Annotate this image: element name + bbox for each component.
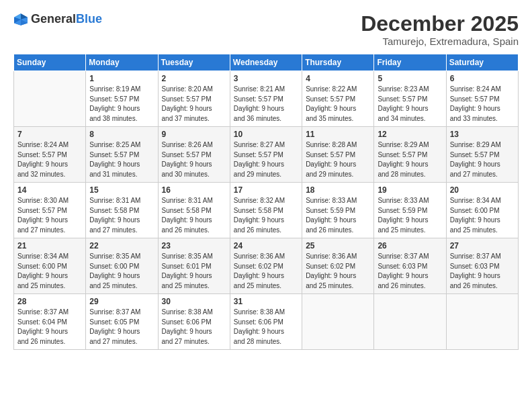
- day-info: Sunrise: 8:20 AM Sunset: 5:57 PM Dayligh…: [162, 85, 226, 124]
- day-number: 2: [162, 74, 226, 83]
- logo-general: General: [31, 13, 76, 26]
- calendar-cell: 23Sunrise: 8:35 AM Sunset: 6:01 PM Dayli…: [158, 238, 230, 294]
- calendar-cell: 14Sunrise: 8:30 AM Sunset: 5:57 PM Dayli…: [14, 183, 86, 238]
- day-info: Sunrise: 8:29 AM Sunset: 5:57 PM Dayligh…: [378, 140, 442, 179]
- calendar-cell: 15Sunrise: 8:31 AM Sunset: 5:58 PM Dayli…: [86, 183, 158, 238]
- calendar-cell: [302, 294, 374, 350]
- calendar-cell: 21Sunrise: 8:34 AM Sunset: 6:00 PM Dayli…: [14, 238, 86, 294]
- day-number: 20: [450, 185, 515, 195]
- day-number: 1: [89, 74, 154, 83]
- day-number: 8: [89, 130, 154, 139]
- calendar-cell: 30Sunrise: 8:38 AM Sunset: 6:06 PM Dayli…: [158, 294, 230, 350]
- calendar-cell: 3Sunrise: 8:21 AM Sunset: 5:57 PM Daylig…: [230, 71, 302, 127]
- day-info: Sunrise: 8:31 AM Sunset: 5:58 PM Dayligh…: [89, 196, 154, 235]
- day-number: 28: [17, 297, 82, 306]
- day-number: 27: [450, 241, 515, 250]
- day-number: 10: [234, 130, 298, 139]
- day-number: 16: [162, 185, 226, 195]
- day-number: 3: [234, 74, 298, 83]
- day-info: Sunrise: 8:19 AM Sunset: 5:57 PM Dayligh…: [89, 85, 154, 124]
- day-number: 12: [378, 130, 442, 139]
- calendar-cell: 22Sunrise: 8:35 AM Sunset: 6:00 PM Dayli…: [86, 238, 158, 294]
- calendar-cell: 18Sunrise: 8:33 AM Sunset: 5:59 PM Dayli…: [302, 183, 374, 238]
- day-number: 24: [234, 241, 298, 250]
- day-number: 23: [162, 241, 226, 250]
- day-number: 21: [17, 241, 82, 250]
- logo-text: General Blue: [31, 13, 102, 26]
- day-number: 31: [234, 297, 298, 306]
- calendar-row: 7Sunrise: 8:24 AM Sunset: 5:57 PM Daylig…: [14, 127, 519, 183]
- calendar-cell: 20Sunrise: 8:34 AM Sunset: 6:00 PM Dayli…: [446, 183, 518, 238]
- day-info: Sunrise: 8:24 AM Sunset: 5:57 PM Dayligh…: [17, 140, 82, 179]
- day-info: Sunrise: 8:37 AM Sunset: 6:04 PM Dayligh…: [17, 308, 82, 347]
- day-info: Sunrise: 8:38 AM Sunset: 6:06 PM Dayligh…: [162, 308, 226, 347]
- calendar-cell: 17Sunrise: 8:32 AM Sunset: 5:58 PM Dayli…: [230, 183, 302, 238]
- logo-blue: Blue: [76, 13, 102, 26]
- calendar-row: 14Sunrise: 8:30 AM Sunset: 5:57 PM Dayli…: [14, 183, 519, 238]
- day-info: Sunrise: 8:36 AM Sunset: 6:02 PM Dayligh…: [234, 252, 298, 291]
- header-day: Saturday: [446, 54, 518, 71]
- calendar-cell: 26Sunrise: 8:37 AM Sunset: 6:03 PM Dayli…: [374, 238, 446, 294]
- page: General Blue December 2025 Tamurejo, Ext…: [0, 0, 532, 411]
- calendar-cell: 5Sunrise: 8:23 AM Sunset: 5:57 PM Daylig…: [374, 71, 446, 127]
- calendar-row: 21Sunrise: 8:34 AM Sunset: 6:00 PM Dayli…: [14, 238, 519, 294]
- day-info: Sunrise: 8:28 AM Sunset: 5:57 PM Dayligh…: [306, 140, 370, 179]
- day-number: 14: [17, 185, 82, 195]
- header: General Blue December 2025 Tamurejo, Ext…: [13, 12, 519, 47]
- day-number: 13: [450, 130, 515, 139]
- day-info: Sunrise: 8:33 AM Sunset: 5:59 PM Dayligh…: [378, 196, 442, 235]
- day-number: 30: [162, 297, 226, 306]
- day-info: Sunrise: 8:29 AM Sunset: 5:57 PM Dayligh…: [450, 140, 515, 179]
- day-info: Sunrise: 8:32 AM Sunset: 5:58 PM Dayligh…: [234, 196, 298, 235]
- calendar-cell: 1Sunrise: 8:19 AM Sunset: 5:57 PM Daylig…: [86, 71, 158, 127]
- calendar-cell: 29Sunrise: 8:37 AM Sunset: 6:05 PM Dayli…: [86, 294, 158, 350]
- day-number: 7: [17, 130, 82, 139]
- day-info: Sunrise: 8:37 AM Sunset: 6:03 PM Dayligh…: [450, 252, 515, 291]
- day-number: 19: [378, 185, 442, 195]
- day-number: 9: [162, 130, 226, 139]
- day-info: Sunrise: 8:37 AM Sunset: 6:05 PM Dayligh…: [89, 308, 154, 347]
- day-info: Sunrise: 8:38 AM Sunset: 6:06 PM Dayligh…: [234, 308, 298, 347]
- calendar-cell: 7Sunrise: 8:24 AM Sunset: 5:57 PM Daylig…: [14, 127, 86, 183]
- calendar-cell: 6Sunrise: 8:24 AM Sunset: 5:57 PM Daylig…: [446, 71, 518, 127]
- calendar-table: SundayMondayTuesdayWednesdayThursdayFrid…: [13, 54, 519, 350]
- calendar-cell: [446, 294, 518, 350]
- day-number: 4: [306, 74, 370, 83]
- header-day: Sunday: [14, 54, 86, 71]
- day-number: 15: [89, 185, 154, 195]
- calendar-cell: 11Sunrise: 8:28 AM Sunset: 5:57 PM Dayli…: [302, 127, 374, 183]
- logo-icon: [13, 12, 28, 27]
- header-day: Monday: [86, 54, 158, 71]
- day-info: Sunrise: 8:35 AM Sunset: 6:00 PM Dayligh…: [89, 252, 154, 291]
- title-block: December 2025 Tamurejo, Extremadura, Spa…: [361, 12, 519, 47]
- calendar-cell: 16Sunrise: 8:31 AM Sunset: 5:58 PM Dayli…: [158, 183, 230, 238]
- day-info: Sunrise: 8:25 AM Sunset: 5:57 PM Dayligh…: [89, 140, 154, 179]
- day-info: Sunrise: 8:37 AM Sunset: 6:03 PM Dayligh…: [378, 252, 442, 291]
- day-number: 11: [306, 130, 370, 139]
- calendar-cell: 2Sunrise: 8:20 AM Sunset: 5:57 PM Daylig…: [158, 71, 230, 127]
- calendar-cell: 9Sunrise: 8:26 AM Sunset: 5:57 PM Daylig…: [158, 127, 230, 183]
- day-number: 6: [450, 74, 515, 83]
- calendar-row: 1Sunrise: 8:19 AM Sunset: 5:57 PM Daylig…: [14, 71, 519, 127]
- calendar-cell: 27Sunrise: 8:37 AM Sunset: 6:03 PM Dayli…: [446, 238, 518, 294]
- day-info: Sunrise: 8:21 AM Sunset: 5:57 PM Dayligh…: [234, 85, 298, 124]
- day-info: Sunrise: 8:35 AM Sunset: 6:01 PM Dayligh…: [162, 252, 226, 291]
- header-day: Tuesday: [158, 54, 230, 71]
- day-info: Sunrise: 8:24 AM Sunset: 5:57 PM Dayligh…: [450, 85, 515, 124]
- calendar-cell: 25Sunrise: 8:36 AM Sunset: 6:02 PM Dayli…: [302, 238, 374, 294]
- day-info: Sunrise: 8:33 AM Sunset: 5:59 PM Dayligh…: [306, 196, 370, 235]
- day-info: Sunrise: 8:26 AM Sunset: 5:57 PM Dayligh…: [162, 140, 226, 179]
- day-info: Sunrise: 8:30 AM Sunset: 5:57 PM Dayligh…: [17, 196, 82, 235]
- day-info: Sunrise: 8:22 AM Sunset: 5:57 PM Dayligh…: [306, 85, 370, 124]
- header-day: Thursday: [302, 54, 374, 71]
- location: Tamurejo, Extremadura, Spain: [361, 36, 519, 47]
- day-number: 22: [89, 241, 154, 250]
- calendar-cell: 28Sunrise: 8:37 AM Sunset: 6:04 PM Dayli…: [14, 294, 86, 350]
- calendar-cell: 10Sunrise: 8:27 AM Sunset: 5:57 PM Dayli…: [230, 127, 302, 183]
- day-number: 5: [378, 74, 442, 83]
- day-info: Sunrise: 8:34 AM Sunset: 6:00 PM Dayligh…: [450, 196, 515, 235]
- day-info: Sunrise: 8:23 AM Sunset: 5:57 PM Dayligh…: [378, 85, 442, 124]
- month-title: December 2025: [361, 12, 519, 36]
- calendar-cell: 31Sunrise: 8:38 AM Sunset: 6:06 PM Dayli…: [230, 294, 302, 350]
- calendar-cell: 24Sunrise: 8:36 AM Sunset: 6:02 PM Dayli…: [230, 238, 302, 294]
